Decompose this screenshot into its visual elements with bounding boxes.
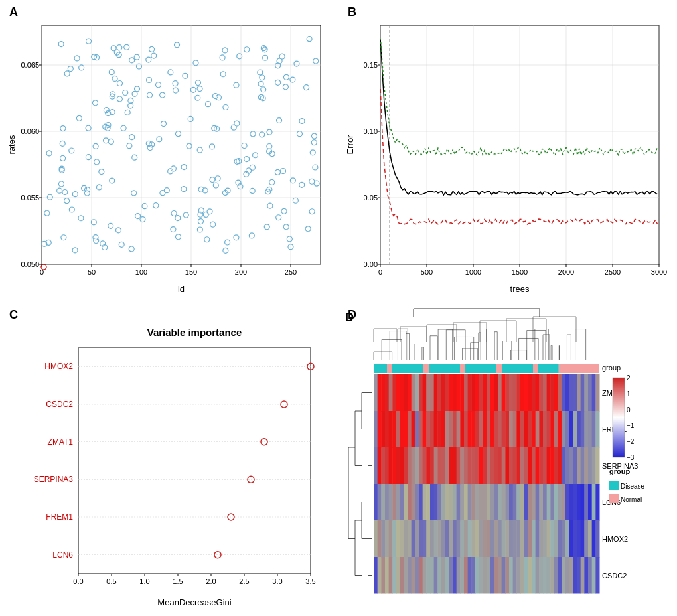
panel-d: D bbox=[338, 303, 677, 616]
panel-a: A bbox=[0, 0, 338, 303]
panel-a-label: A bbox=[9, 5, 18, 19]
panel-d-label: D bbox=[348, 308, 356, 322]
panel-b-label: B bbox=[348, 5, 356, 19]
main-grid: A B C D bbox=[0, 0, 677, 616]
panel-c-label: C bbox=[9, 308, 18, 322]
panel-b: B bbox=[338, 0, 677, 303]
panel-c: C bbox=[0, 303, 338, 616]
